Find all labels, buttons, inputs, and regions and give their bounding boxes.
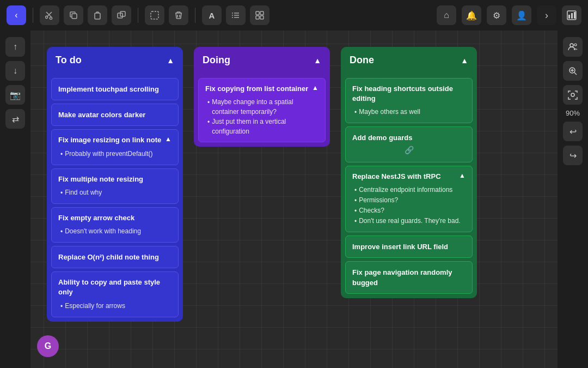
column-todo-chevron[interactable]: ▲ [167,56,174,65]
collapse-right-button[interactable]: › [537,5,556,25]
clone-icon [117,11,126,20]
divider-2 [138,8,138,23]
card-todo-7-bullets: Especially for arrows [58,301,171,311]
card-done-3[interactable]: Replace NestJS with tRPC ▲ Centralize en… [345,166,473,232]
svg-rect-1 [95,13,100,19]
paste-button[interactable] [88,5,107,25]
column-doing-header: Doing ▲ [194,47,330,74]
card-done-3-chevron[interactable]: ▲ [459,172,465,179]
card-doing-1-header: Fix copying from list container ▲ [205,84,318,94]
svg-point-20 [574,44,577,46]
undo-button[interactable]: ↩ [563,122,583,141]
bullet-item: Doesn't work with heading [60,226,171,237]
column-done-chevron[interactable]: ▲ [461,56,468,65]
home-button[interactable]: ⌂ [437,5,456,25]
card-todo-4-bullets: Find out why [58,188,171,198]
delete-icon [174,11,183,20]
svg-rect-13 [256,16,259,19]
bullet-item: Permissions? [354,195,465,206]
zoom-fit-icon [568,66,578,76]
column-todo-body: Implement touchpad scrolling Make avatar… [47,74,183,322]
align-button[interactable] [250,5,270,25]
swap-button[interactable]: ⇄ [5,109,25,129]
paste-icon [93,11,102,20]
scroll-down-button[interactable]: ↓ [5,61,25,81]
list-button[interactable] [226,5,246,25]
bullet-item: Centralize endpoint informations [354,185,465,195]
bell-button[interactable]: 🔔 [462,5,481,25]
svg-point-10 [232,17,233,18]
align-icon [255,11,264,20]
chart-icon [567,10,577,20]
column-todo-header: To do ▲ [47,47,183,74]
card-done-1[interactable]: Fix heading shortcuts outside editing Ma… [345,78,473,123]
svg-point-25 [571,93,574,96]
admin-users-button[interactable] [563,37,583,57]
card-todo-2[interactable]: Make avatar colors darker [51,104,179,126]
card-doing-1-chevron[interactable]: ▲ [312,84,318,92]
bullet-item: Find out why [60,188,171,198]
card-todo-4[interactable]: Fix multiple note resizing Find out why [51,168,179,204]
card-todo-3-chevron[interactable]: ▲ [165,135,171,143]
redo-button[interactable]: ↪ [563,146,583,165]
card-todo-7[interactable]: Ability to copy and paste style only Esp… [51,272,179,317]
admin-users-icon [568,42,578,52]
card-todo-3-title: Fix image resizing on link note [58,135,161,145]
zoom-level: 90% [566,109,580,117]
clone-button[interactable] [112,5,131,25]
bullet-item: Maybe others as well [354,107,465,117]
card-doing-1-bullets: Maybe change into a spatial container te… [205,97,318,136]
card-todo-6[interactable]: Replace O(n²) child note thing [51,246,179,268]
card-todo-4-header: Fix multiple note resizing [58,174,171,184]
card-done-5[interactable]: Fix page navigation randomly bugged [345,261,473,294]
text-button[interactable]: A [202,5,222,25]
bullet-item: Checks? [354,206,465,216]
card-done-1-bullets: Maybe others as well [352,107,465,117]
card-done-4[interactable]: Improve insert link URL field [345,236,473,258]
user-button[interactable]: 👤 [512,5,531,25]
column-doing-chevron[interactable]: ▲ [314,56,321,65]
gear-button[interactable]: ⚙ [487,5,506,25]
back-button[interactable]: ‹ [7,5,26,25]
column-todo: To do ▲ Implement touchpad scrolling Mak… [47,47,183,322]
select-button[interactable] [145,5,164,25]
card-done-2[interactable]: Add demo guards 🔗 [345,126,473,162]
card-done-1-title: Fix heading shortcuts outside editing [352,84,465,104]
canvas: To do ▲ Implement touchpad scrolling Mak… [30,31,558,368]
card-todo-3-header: Fix image resizing on link note ▲ [58,135,171,145]
bullet-item: Don't use real guards. They're bad. [354,216,465,226]
card-done-4-title: Improve insert link URL field [352,243,448,251]
column-doing-body: Fix copying from list container ▲ Maybe … [194,74,330,147]
copy-button[interactable] [64,5,83,25]
camera-button[interactable]: 📷 [5,85,25,105]
bullet-item: Probably with preventDefault() [60,149,171,159]
card-done-3-header: Replace NestJS with tRPC ▲ [352,172,465,182]
toolbar: ‹ A [0,0,588,31]
bullet-item: Maybe change into a spatial container te… [207,97,318,117]
card-todo-6-title: Replace O(n²) child note thing [58,253,159,261]
chart-button[interactable] [562,5,581,25]
card-done-3-bullets: Centralize endpoint informations Permiss… [352,185,465,226]
divider-3 [195,8,195,23]
scan-button[interactable] [563,85,583,105]
card-todo-5-header: Fix empty arrow check [58,213,171,223]
delete-button[interactable] [169,5,188,25]
card-todo-1[interactable]: Implement touchpad scrolling [51,78,179,100]
card-todo-7-title: Ability to copy and paste style only [58,277,171,297]
card-todo-5-title: Fix empty arrow check [58,213,134,223]
svg-rect-14 [260,16,264,19]
svg-point-9 [232,15,233,16]
card-done-2-title: Add demo guards [352,134,413,142]
card-todo-2-title: Make avatar colors darker [58,111,145,119]
svg-point-8 [232,13,233,14]
select-icon [150,11,159,20]
kanban-board: To do ▲ Implement touchpad scrolling Mak… [47,47,477,322]
cut-button[interactable] [40,5,59,25]
zoom-fit-button[interactable] [563,61,583,81]
avatar-button[interactable]: G [37,335,59,357]
card-todo-3[interactable]: Fix image resizing on link note ▲ Probab… [51,129,179,165]
card-doing-1[interactable]: Fix copying from list container ▲ Maybe … [198,78,326,142]
left-sidebar: ↑ ↓ 📷 ⇄ [0,31,30,368]
card-todo-5[interactable]: Fix empty arrow check Doesn't work with … [51,207,179,243]
scroll-up-button[interactable]: ↑ [5,37,25,57]
